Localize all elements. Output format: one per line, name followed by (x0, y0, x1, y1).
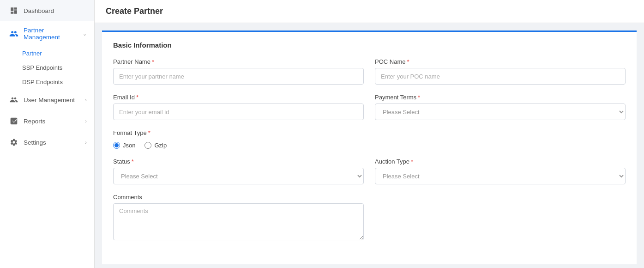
payment-terms-select[interactable]: Please Select (375, 104, 626, 120)
sidebar-sub-dsp-endpoints[interactable]: DSP Endpoints (0, 75, 94, 89)
format-type-json-radio[interactable] (113, 142, 120, 149)
comments-spacer (375, 194, 626, 240)
main-content: Create Partner Basic Information Partner… (95, 0, 644, 268)
sidebar: Dashboard Partner Management ⌄ Partner S… (0, 0, 95, 268)
partner-name-input[interactable] (113, 68, 364, 85)
auction-type-label: Auction Type* (375, 158, 626, 165)
sidebar-item-user-management[interactable]: User Management › (0, 89, 94, 110)
sidebar-item-dashboard[interactable]: Dashboard (0, 0, 94, 21)
users-icon (9, 95, 19, 105)
format-type-radio-group: Json Gzip (113, 139, 364, 149)
page-header: Create Partner (95, 0, 644, 23)
form-row-2: Email Id* Payment Terms* Please Select (113, 94, 626, 120)
reports-icon (9, 116, 19, 126)
sidebar-sub-partner[interactable]: Partner (0, 46, 94, 61)
chevron-right-icon-reports: › (85, 118, 87, 124)
format-type-group: Format Type* Json Gzip (113, 129, 364, 149)
format-type-json-text: Json (123, 142, 135, 149)
email-id-group: Email Id* (113, 94, 364, 120)
email-id-input[interactable] (113, 104, 364, 120)
form-card: Basic Information Partner Name* POC Name… (102, 30, 637, 264)
partner-name-label: Partner Name* (113, 58, 364, 65)
comments-group: Comments (113, 194, 364, 240)
sidebar-item-user-management-label: User Management (24, 97, 80, 104)
form-row-4: Status* Please Select Auction Type* Plea… (113, 158, 626, 184)
comments-textarea[interactable] (113, 203, 364, 240)
format-type-label: Format Type* (113, 129, 364, 136)
partner-name-group: Partner Name* (113, 58, 364, 85)
form-row-1: Partner Name* POC Name* (113, 58, 626, 85)
sidebar-item-settings[interactable]: Settings › (0, 132, 94, 153)
form-row-5: Comments (113, 194, 626, 240)
sidebar-item-dashboard-label: Dashboard (24, 7, 87, 14)
email-id-label: Email Id* (113, 94, 364, 101)
grid-icon (9, 6, 19, 16)
page-title: Create Partner (106, 6, 633, 16)
auction-type-select[interactable]: Please Select (375, 168, 626, 184)
sidebar-item-reports[interactable]: Reports › (0, 110, 94, 132)
sidebar-item-settings-label: Settings (24, 139, 80, 146)
sidebar-item-partner-management-label: Partner Management (24, 27, 78, 41)
poc-name-label: POC Name* (375, 58, 626, 65)
section-title: Basic Information (113, 41, 626, 49)
format-type-json-label[interactable]: Json (113, 142, 135, 149)
comments-label: Comments (113, 194, 364, 201)
format-type-gzip-text: Gzip (154, 142, 167, 149)
poc-name-input[interactable] (375, 68, 626, 85)
settings-icon (9, 137, 19, 147)
status-label: Status* (113, 158, 364, 165)
chevron-down-icon: ⌄ (83, 31, 87, 37)
sidebar-item-reports-label: Reports (24, 118, 80, 125)
format-type-spacer (375, 129, 626, 149)
status-select[interactable]: Please Select (113, 168, 364, 184)
payment-terms-group: Payment Terms* Please Select (375, 94, 626, 120)
poc-name-group: POC Name* (375, 58, 626, 85)
chevron-right-icon: › (85, 97, 87, 103)
form-row-3: Format Type* Json Gzip (113, 129, 626, 149)
format-type-gzip-label[interactable]: Gzip (144, 142, 167, 149)
payment-terms-label: Payment Terms* (375, 94, 626, 101)
auction-type-group: Auction Type* Please Select (375, 158, 626, 184)
sidebar-sub-ssp-endpoints[interactable]: SSP Endpoints (0, 61, 94, 75)
format-type-gzip-radio[interactable] (144, 142, 151, 149)
sidebar-item-partner-management[interactable]: Partner Management ⌄ (0, 21, 94, 46)
chevron-right-icon-settings: › (85, 140, 87, 145)
status-group: Status* Please Select (113, 158, 364, 184)
partner-icon (9, 29, 19, 39)
